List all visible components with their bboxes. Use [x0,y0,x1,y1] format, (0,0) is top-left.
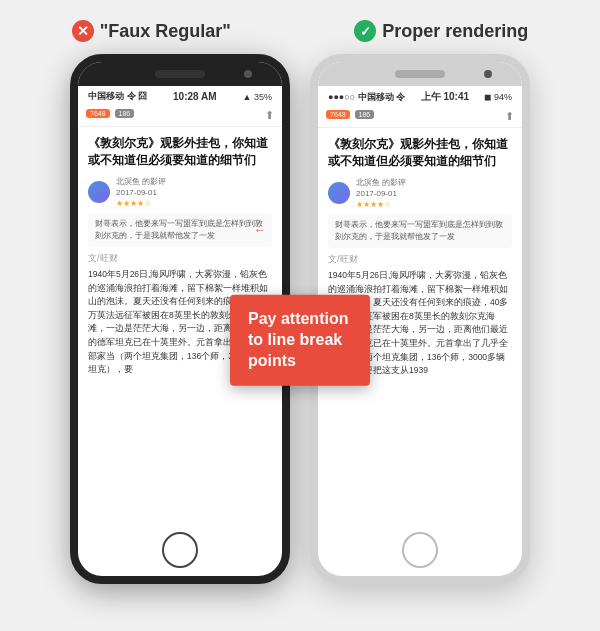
avatar-left [88,181,110,203]
author-date-left: 2017-09-01 [116,187,166,198]
status-bar-right: ●●●○○ 中国移动 令 上午 10:41 ◼ 94% [318,86,522,106]
author-row-left: 北溟鱼 的影评 2017-09-01 ★★★★☆ [88,176,272,210]
status-left-right: ●●●○○ 中国移动 令 [328,91,405,104]
comment-badge-right: 186 [355,110,375,119]
status-bar-left: 中国移动 令 囧 10:28 AM ▲ 35% [78,86,282,105]
comment-text-left: 财哥表示，他要来写一写盟军到底是怎样到到敦刻尔克的，于是我就帮他发了一发 [95,219,263,240]
share-icon-right[interactable]: ⬆ [505,110,514,123]
counter-row-left: 7648 186 [86,109,134,118]
home-button-right[interactable] [402,532,438,568]
author-name-right: 北溟鱼 的影评 [356,177,406,188]
check-icon: ✓ [354,20,376,42]
section-label-right: 文/旺财 [328,253,512,266]
tooltip-line1: Pay attention [248,310,348,327]
avatar-right [328,182,350,204]
phone-top-right [318,62,522,86]
status-left-left: 中国移动 令 囧 [88,90,147,103]
faux-label: ✕ "Faux Regular" [72,20,231,42]
faux-label-text: "Faux Regular" [100,21,231,42]
author-name-left: 北溟鱼 的影评 [116,176,166,187]
section-label-left: 文/旺财 [88,252,272,265]
proper-label: ✓ Proper rendering [354,20,528,42]
status-time-left: 10:28 AM [173,91,217,102]
comment-box-left: 财哥表示，他要来写一写盟军到底是怎样到到敦刻尔克的，于是我就帮他发了一发 ← [88,213,272,247]
counter-badge-right: 7648 [326,110,350,119]
phones-row: 中国移动 令 囧 10:28 AM ▲ 35% 7648 186 ⬆ 《敦刻尔克… [10,54,590,584]
phone-top-left [78,62,282,86]
counter-badge-left: 7648 [86,109,110,118]
comment-badge-left: 186 [115,109,135,118]
proper-label-text: Proper rendering [382,21,528,42]
status-right-right: ◼ 94% [484,92,512,102]
comment-box-right: 财哥表示，他要来写一写盟军到底是怎样到到敦刻尔克的，于是我就帮他发了一发 [328,214,512,248]
status-time-right: 上午 10:41 [421,90,469,104]
tooltip-line2: to line break [248,331,342,348]
tooltip-line3: points [248,352,296,369]
nav-bar-left: 7648 186 ⬆ [78,105,282,127]
home-button-left[interactable] [162,532,198,568]
share-icon-left[interactable]: ⬆ [265,109,274,122]
comment-text-right: 财哥表示，他要来写一写盟军到底是怎样到到敦刻尔克的，于是我就帮他发了一发 [335,220,503,241]
article-title-left: 《敦刻尔克》观影外挂包，你知道或不知道但必须要知道的细节们 [88,135,272,170]
stars-right: ★★★★☆ [356,199,406,210]
tooltip-box: Pay attention to line break points [230,295,370,385]
camera-dot-right [484,70,492,78]
author-date-right: 2017-09-01 [356,188,406,199]
counter-row-right: 7648 186 [326,110,374,119]
author-info-left: 北溟鱼 的影评 2017-09-01 ★★★★☆ [116,176,166,210]
header-row: ✕ "Faux Regular" ✓ Proper rendering [10,20,590,42]
stars-left: ★★★★☆ [116,198,166,209]
arrow-icon-left: ← [254,221,266,239]
speaker-notch-right [395,70,445,78]
nav-bar-right: 7648 186 ⬆ [318,106,522,128]
speaker-notch-left [155,70,205,78]
article-title-right: 《敦刻尔克》观影外挂包，你知道或不知道但必须要知道的细节们 [328,136,512,171]
error-icon: ✕ [72,20,94,42]
status-right-left: ▲ 35% [243,92,272,102]
camera-dot-left [244,70,252,78]
author-info-right: 北溟鱼 的影评 2017-09-01 ★★★★☆ [356,177,406,211]
author-row-right: 北溟鱼 的影评 2017-09-01 ★★★★☆ [328,177,512,211]
